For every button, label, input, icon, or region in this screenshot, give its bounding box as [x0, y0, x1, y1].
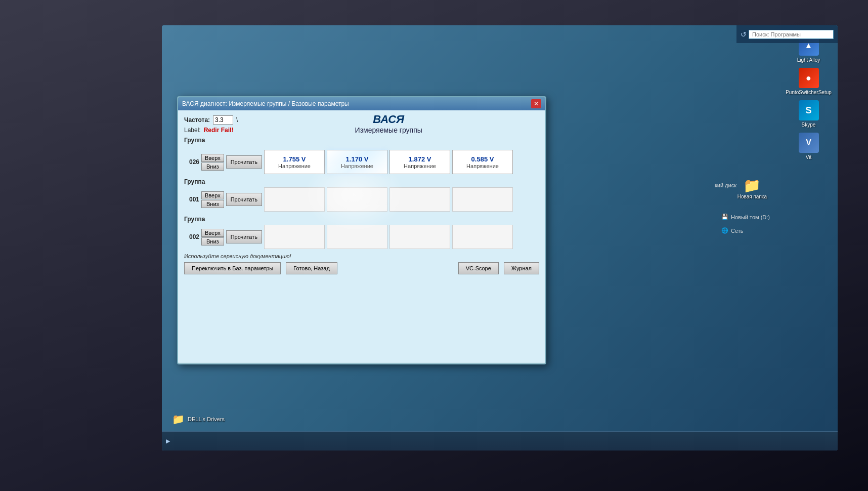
group-001-read-button[interactable]: Прочитать [226, 193, 262, 206]
gruppe-label-3: Группа [184, 216, 539, 223]
group-026-read-button[interactable]: Прочитать [226, 155, 262, 169]
drive-d-entry[interactable]: 💾 Новый том (D:) [721, 213, 812, 221]
done-back-button[interactable]: Готово, Назад [286, 262, 337, 274]
window-title: ВАСЯ диагност: Измеряемые группы / Базов… [182, 100, 349, 107]
group-001-up-button[interactable]: Вверх [201, 191, 224, 199]
group-002-updown: Вверх Вниз [201, 229, 224, 246]
center-header: ВАСЯ Измеряемые группы [238, 113, 539, 134]
refresh-icon[interactable]: ↺ [741, 30, 747, 38]
skype-icon: S [799, 100, 819, 120]
gruppe-label-2: Группа [184, 178, 539, 185]
group-001-val4 [452, 187, 513, 212]
bottom-info: Используйте сервисную документацию! [184, 253, 539, 259]
new-folder-icon[interactable]: 📁 Новая папка [737, 177, 767, 199]
network-label: Сеть [731, 228, 743, 234]
desktop-icon-skype[interactable]: S Skype [790, 100, 828, 128]
new-folder-label: Новая папка [737, 194, 767, 199]
group-002-read-button[interactable]: Прочитать [226, 230, 262, 243]
dell-folder-icon: 📁 [172, 413, 185, 425]
group-002-row: 002 Вверх Вниз Прочитать [184, 225, 539, 249]
group-001-row: 001 Вверх Вниз Прочитать [184, 187, 539, 212]
taskbar-search-input[interactable] [749, 30, 834, 39]
group-002-val3 [389, 225, 450, 249]
vasya-subtitle: Измеряемые группы [238, 126, 539, 134]
drive-d-label: Новый том (D:) [731, 214, 770, 220]
punto-label: PuntoSwitcherSetup [786, 90, 832, 95]
screen: ▲ Light Alloy ● PuntoSwitcherSetup S Sky… [162, 25, 838, 451]
hardisk-label: кий диск [715, 182, 736, 188]
switch-basic-params-button[interactable]: Переключить в Баз. параметры [184, 262, 281, 274]
group-002-val2 [327, 225, 387, 249]
network-icon: 🌐 [721, 227, 728, 234]
light-alloy-label: Light Alloy [797, 57, 820, 63]
vasya-window: ВАСЯ диагност: Измеряемые группы / Базов… [177, 96, 546, 364]
drive-d-icon: 💾 [721, 214, 728, 220]
group-001-down-button[interactable]: Вниз [201, 200, 224, 208]
desktop-icon-punto[interactable]: ● PuntoSwitcherSetup [790, 68, 828, 95]
group-026-val1: 1.755 V Напряжение [264, 150, 325, 174]
dell-folder-label: DELL's Drivers [188, 416, 225, 422]
freq-label: Частота: [184, 116, 210, 124]
vc-scope-button[interactable]: VC-Scope [458, 262, 499, 274]
group-002-num: 002 [184, 233, 199, 240]
group-026-val1-unit: Напряжение [278, 163, 311, 169]
bottom-buttons: Переключить в Баз. параметры Готово, Наз… [184, 262, 539, 274]
skype-label: Skype [802, 122, 816, 128]
group-026-val3: 1.872 V Напряжение [389, 150, 450, 174]
group-026-val3-unit: Напряжение [404, 163, 436, 169]
group-002-up-button[interactable]: Вверх [201, 229, 224, 237]
vit-label: Vit [806, 154, 812, 160]
group-001-val3 [389, 187, 450, 212]
group-026-val2-num: 1.170 V [346, 155, 369, 163]
window-body: Частота: \ Label: Redir Fail! Группа ВАС… [178, 110, 545, 362]
window-titlebar: ВАСЯ диагност: Измеряемые группы / Базов… [178, 97, 545, 110]
desktop-icon-vit[interactable]: V Vit [790, 133, 828, 160]
group-026-val2: 1.170 V Напряжение [327, 150, 387, 174]
vit-icon: V [799, 133, 819, 153]
left-header: Частота: \ Label: Redir Fail! Группа [184, 115, 238, 146]
group-026-val3-num: 1.872 V [409, 155, 431, 163]
taskbar-label: ▶ [166, 438, 170, 444]
journal-button[interactable]: Журнал [504, 262, 539, 274]
group-026-row: 026 Вверх Вниз Прочитать 1.755 V Напряже… [184, 150, 539, 174]
group-026-down-button[interactable]: Вниз [201, 162, 224, 171]
group-002-val1 [264, 225, 325, 249]
label-row: Label: Redir Fail! [184, 127, 238, 134]
group-001-updown: Вверх Вниз [201, 191, 224, 208]
group-001-num: 001 [184, 196, 199, 203]
freq-input[interactable] [213, 115, 233, 125]
label-key: Label: [184, 127, 201, 134]
group-026-num: 026 [184, 158, 199, 166]
group-001-val1 [264, 187, 325, 212]
header-section: Частота: \ Label: Redir Fail! Группа ВАС… [184, 115, 539, 146]
group-026-val4: 0.585 V Напряжение [452, 150, 513, 174]
window-close-button[interactable]: ✕ [531, 99, 541, 108]
desktop-icons-area: ▲ Light Alloy ● PuntoSwitcherSetup S Sky… [790, 35, 828, 160]
taskbar: ▶ [162, 431, 838, 451]
dell-folder[interactable]: 📁 DELL's Drivers [172, 413, 225, 425]
group-002-val4 [452, 225, 513, 249]
gruppe-header-label: Группа [184, 137, 238, 144]
vasya-brand-title: ВАСЯ [238, 113, 539, 126]
group-026-val4-unit: Напряжение [466, 163, 499, 169]
punto-icon: ● [799, 68, 819, 88]
group-026-val2-unit: Напряжение [341, 163, 373, 169]
group-026-updown: Вверх Вниз [201, 154, 224, 171]
group-026-val1-num: 1.755 V [283, 155, 306, 163]
group-002-down-button[interactable]: Вниз [201, 237, 224, 246]
network-entry[interactable]: 🌐 Сеть [721, 226, 812, 235]
group-026-up-button[interactable]: Вверх [201, 154, 224, 162]
freq-row: Частота: \ [184, 115, 238, 125]
group-001-val2 [327, 187, 387, 212]
label-value: Redir Fail! [204, 127, 234, 134]
group-026-val4-num: 0.585 V [471, 155, 494, 163]
